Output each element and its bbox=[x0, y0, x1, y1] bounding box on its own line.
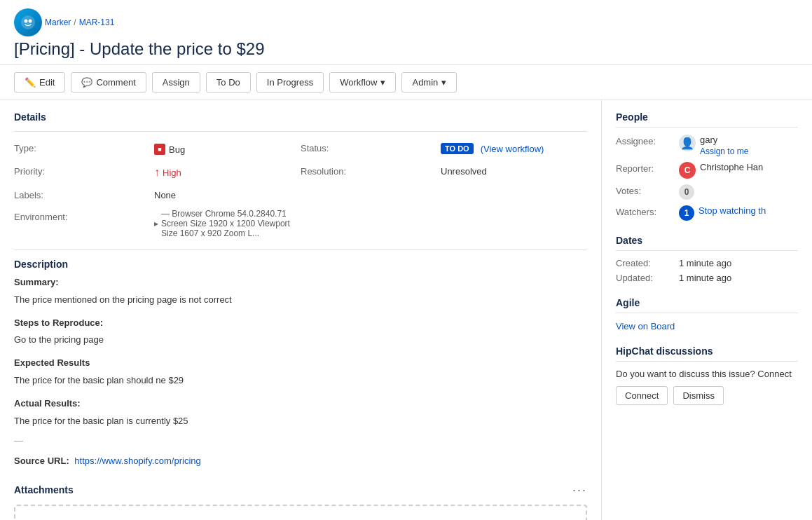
attachments-header: Attachments ··· bbox=[14, 483, 587, 498]
issue-title: [Pricing] - Update the price to $29 bbox=[14, 39, 798, 59]
dismiss-button[interactable]: Dismiss bbox=[673, 386, 724, 405]
connect-button[interactable]: Connect bbox=[616, 386, 668, 405]
breadcrumb-project[interactable]: Marker bbox=[45, 18, 71, 27]
reporter-value: C Christophe Han bbox=[679, 162, 763, 179]
drop-zone[interactable]: ⬆ Drop files to attach, or browse. bbox=[14, 505, 587, 520]
toolbar: ✏️ Edit 💬 Comment Assign To Do In Progre… bbox=[0, 65, 812, 100]
bug-icon: ■ bbox=[154, 144, 165, 155]
created-label: Created: bbox=[616, 258, 679, 268]
actual-title: Actual Results: bbox=[14, 397, 587, 411]
source-url-line: Source URL: https://www.shopify.com/pric… bbox=[14, 454, 587, 469]
admin-button[interactable]: Admin ▾ bbox=[401, 72, 457, 93]
agile-section-title: Agile bbox=[616, 297, 798, 313]
assignee-avatar: 👤 bbox=[679, 135, 696, 151]
source-label: Source URL: bbox=[14, 456, 69, 466]
stop-watching-link[interactable]: Stop watching th bbox=[699, 205, 766, 216]
status-label: Status: bbox=[301, 140, 441, 158]
svg-point-2 bbox=[29, 20, 32, 23]
type-label: Type: bbox=[14, 140, 154, 158]
svg-point-0 bbox=[21, 15, 35, 29]
reporter-row: Reporter: C Christophe Han bbox=[616, 162, 798, 179]
env-expand-icon[interactable]: ▸ bbox=[154, 219, 158, 228]
assign-button[interactable]: Assign bbox=[152, 72, 200, 93]
in-progress-button[interactable]: In Progress bbox=[256, 72, 324, 93]
description-title: Description bbox=[14, 259, 587, 270]
watchers-row: Watchers: 1 Stop watching th bbox=[616, 205, 798, 221]
main-layout: Details Type: ■ Bug Status: TO DO (View … bbox=[0, 100, 812, 520]
hipchat-section: HipChat discussions Do you want to discu… bbox=[616, 345, 798, 405]
actual-text: The price for the basic plan is currentl… bbox=[14, 414, 587, 429]
assignee-label: Assignee: bbox=[616, 135, 679, 156]
separator: — bbox=[14, 434, 587, 449]
hipchat-text: Do you want to discuss this issue? Conne… bbox=[616, 369, 798, 379]
dates-section-title: Dates bbox=[616, 235, 798, 251]
reporter-avatar: C bbox=[679, 162, 696, 179]
right-panel: People Assignee: 👤 gary Assign to me Rep… bbox=[602, 100, 812, 520]
hipchat-section-title: HipChat discussions bbox=[616, 345, 798, 362]
agile-section: Agile View on Board bbox=[616, 297, 798, 331]
left-panel: Details Type: ■ Bug Status: TO DO (View … bbox=[0, 100, 602, 520]
assignee-name: gary bbox=[700, 135, 748, 145]
reporter-name: Christophe Han bbox=[700, 162, 763, 172]
description-content: Summary: The price mentioned on the pric… bbox=[14, 275, 587, 469]
summary-text: The price mentioned on the pricing page … bbox=[14, 293, 587, 308]
details-section-title: Details bbox=[14, 111, 587, 123]
source-url-link[interactable]: https://www.shopify.com/pricing bbox=[74, 456, 200, 466]
priority-up-icon: ↑ bbox=[154, 166, 160, 179]
votes-value: 0 bbox=[679, 184, 694, 200]
created-value: 1 minute ago bbox=[679, 258, 731, 268]
edit-icon: ✏️ bbox=[25, 77, 36, 88]
type-value: ■ Bug bbox=[154, 140, 301, 158]
status-value: TO DO (View workflow) bbox=[441, 140, 587, 158]
watchers-count: 1 bbox=[679, 205, 694, 221]
view-workflow-link[interactable]: (View workflow) bbox=[481, 144, 544, 154]
labels-label: Labels: bbox=[14, 187, 154, 203]
steps-title: Steps to Reproduce: bbox=[14, 316, 587, 331]
people-section: People Assignee: 👤 gary Assign to me Rep… bbox=[616, 111, 798, 221]
workflow-button[interactable]: Workflow ▾ bbox=[329, 72, 396, 93]
created-row: Created: 1 minute ago bbox=[616, 258, 798, 268]
resolution-value: Unresolved bbox=[441, 163, 587, 182]
breadcrumb-separator: / bbox=[74, 18, 76, 27]
updated-value: 1 minute ago bbox=[679, 273, 731, 283]
votes-count: 0 bbox=[679, 184, 694, 200]
view-board-link[interactable]: View on Board bbox=[616, 321, 675, 331]
assign-to-me-link[interactable]: Assign to me bbox=[700, 146, 748, 156]
steps-text: Go to the pricing page bbox=[14, 333, 587, 348]
details-grid: Type: ■ Bug Status: TO DO (View workflow… bbox=[14, 140, 587, 238]
env-label: Environment: bbox=[14, 209, 154, 238]
env-value: ▸ — Browser Chrome 54.0.2840.71 Screen S… bbox=[154, 209, 301, 238]
comment-button[interactable]: 💬 Comment bbox=[71, 72, 146, 93]
watchers-label: Watchers: bbox=[616, 205, 679, 221]
edit-button[interactable]: ✏️ Edit bbox=[14, 72, 65, 93]
updated-row: Updated: 1 minute ago bbox=[616, 273, 798, 283]
priority-label: Priority: bbox=[14, 163, 154, 182]
resolution-label: Resolution: bbox=[301, 163, 441, 182]
attachments-more-button[interactable]: ··· bbox=[572, 483, 587, 498]
attachments-title: Attachments bbox=[14, 484, 74, 495]
description-section: Description Summary: The price mentioned… bbox=[14, 259, 587, 469]
attachments-section: Attachments ··· ⬆ Drop files to attach, … bbox=[14, 483, 587, 520]
votes-label: Votes: bbox=[616, 184, 679, 200]
comment-icon: 💬 bbox=[81, 77, 92, 88]
chevron-down-icon: ▾ bbox=[380, 77, 385, 88]
breadcrumb-issue-id[interactable]: MAR-131 bbox=[79, 18, 115, 27]
app-logo bbox=[14, 8, 42, 36]
avatar-person-icon: 👤 bbox=[680, 137, 694, 150]
assignee-row: Assignee: 👤 gary Assign to me bbox=[616, 135, 798, 156]
svg-point-1 bbox=[25, 20, 28, 23]
reporter-label: Reporter: bbox=[616, 162, 679, 179]
summary-title: Summary: bbox=[14, 275, 587, 290]
header: Marker / MAR-131 [Pricing] - Update the … bbox=[0, 0, 812, 65]
todo-button[interactable]: To Do bbox=[206, 72, 251, 93]
votes-row: Votes: 0 bbox=[616, 184, 798, 200]
dates-section: Dates Created: 1 minute ago Updated: 1 m… bbox=[616, 235, 798, 283]
labels-value: None bbox=[154, 187, 301, 203]
priority-value: ↑ High bbox=[154, 163, 301, 182]
expected-title: Expected Results bbox=[14, 356, 587, 371]
breadcrumb: Marker / MAR-131 bbox=[14, 8, 798, 36]
watchers-value: 1 Stop watching th bbox=[679, 205, 766, 221]
people-section-title: People bbox=[616, 111, 798, 128]
expected-text: The price for the basic plan should ne $… bbox=[14, 374, 587, 388]
hipchat-buttons: Connect Dismiss bbox=[616, 386, 798, 405]
